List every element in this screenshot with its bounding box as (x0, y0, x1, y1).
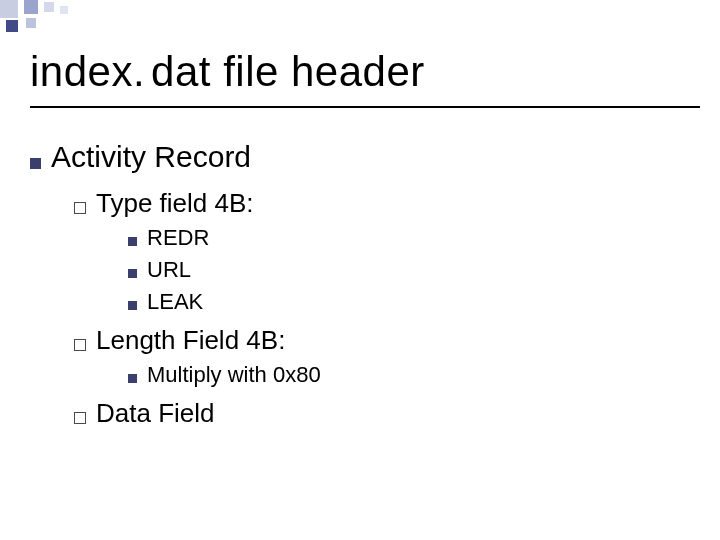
type-field-group: Type field 4B: REDR URL LEAK (30, 188, 680, 315)
lvl3-text: LEAK (147, 289, 203, 315)
title-divider (30, 106, 700, 108)
square-bullet-icon (30, 158, 41, 169)
lvl1-text: Activity Record (51, 140, 251, 174)
hollow-square-bullet-icon (74, 339, 86, 351)
lvl2-text: Length Field 4B: (96, 325, 285, 356)
square-bullet-icon (128, 269, 137, 278)
length-field-group: Length Field 4B: Multiply with 0x80 (30, 325, 680, 388)
list-item: Data Field (74, 398, 680, 429)
list-item: URL (128, 257, 680, 283)
slide-title: index.dat file header (30, 48, 425, 96)
lvl2-text: Type field 4B: (96, 188, 254, 219)
lvl3-text: Multiply with 0x80 (147, 362, 321, 388)
title-part-b: dat file header (151, 48, 425, 95)
lvl3-text: REDR (147, 225, 209, 251)
square-bullet-icon (128, 374, 137, 383)
corner-decoration (0, 0, 120, 30)
list-item: Length Field 4B: (74, 325, 680, 356)
list-item: LEAK (128, 289, 680, 315)
square-bullet-icon (128, 237, 137, 246)
content-area: Activity Record Type field 4B: REDR URL … (30, 140, 680, 439)
list-item: Type field 4B: (74, 188, 680, 219)
list-item: Multiply with 0x80 (128, 362, 680, 388)
lvl3-text: URL (147, 257, 191, 283)
slide: index.dat file header Activity Record Ty… (0, 0, 720, 540)
square-bullet-icon (128, 301, 137, 310)
hollow-square-bullet-icon (74, 412, 86, 424)
hollow-square-bullet-icon (74, 202, 86, 214)
list-item: Activity Record (30, 140, 680, 174)
lvl2-text: Data Field (96, 398, 215, 429)
title-part-a: index. (30, 48, 145, 95)
list-item: REDR (128, 225, 680, 251)
data-field-group: Data Field (30, 398, 680, 429)
